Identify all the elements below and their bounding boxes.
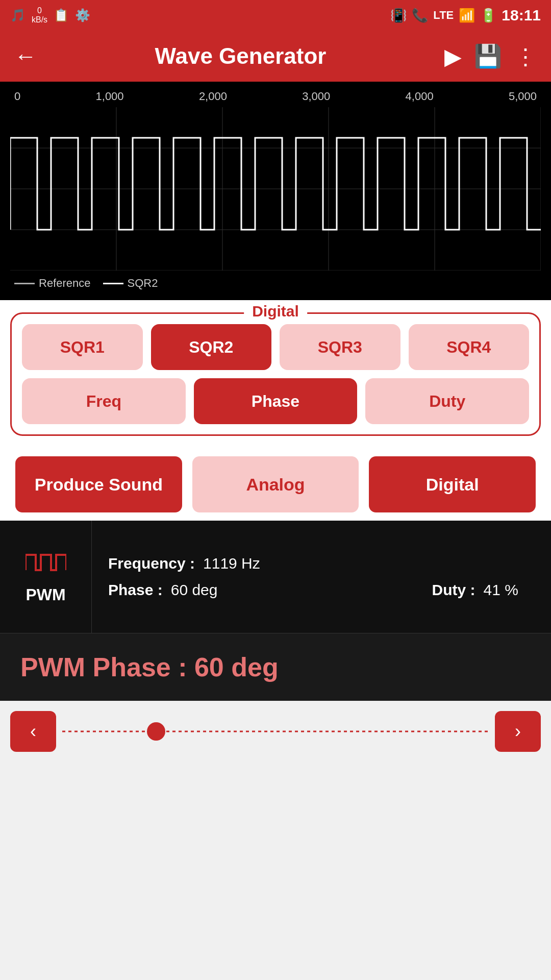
kb-indicator: 0 kB/s (32, 6, 47, 24)
play-button[interactable]: ▶ (444, 43, 462, 69)
kb-unit: kB/s (32, 15, 47, 24)
menu-button[interactable]: ⋮ (514, 43, 537, 69)
waveform-svg (10, 107, 541, 271)
digital-panel-border: Digital SQR1 SQR2 SQR3 SQR4 Freq Phase D… (10, 312, 541, 436)
x-label-5000: 5,000 (509, 90, 537, 103)
info-icon-column: PWM (0, 521, 92, 633)
slider-track[interactable] (62, 729, 489, 733)
slider-thumb[interactable] (147, 722, 165, 741)
pwm-wave-icon (26, 550, 66, 579)
chart-legend: Reference SQR2 (10, 277, 541, 290)
phase-row: Phase : 60 deg (108, 581, 217, 599)
status-bar-left: 🎵 0 kB/s 📋 ⚙️ (10, 6, 90, 24)
x-label-0: 0 (14, 90, 20, 103)
status-bar: 🎵 0 kB/s 📋 ⚙️ 📳 📞 LTE 📶 🔋 18:11 (0, 0, 551, 31)
digital-mode-button[interactable]: Digital (369, 456, 536, 512)
phase-value: 60 deg (171, 581, 218, 599)
save-button[interactable]: 💾 (474, 43, 502, 69)
sqr1-button[interactable]: SQR1 (22, 324, 143, 370)
x-label-2000: 2,000 (199, 90, 227, 103)
legend-sqr2: SQR2 (103, 277, 158, 290)
action-buttons-row: Produce Sound Analog Digital (0, 448, 551, 521)
duty-value: 41 % (484, 581, 518, 599)
phase-label: Phase : (108, 581, 163, 599)
slider-track-line (62, 731, 489, 732)
frequency-label: Frequency : (108, 555, 195, 572)
frequency-value: 1119 Hz (203, 555, 260, 572)
app-bar: ← Wave Generator ▶ 💾 ⋮ (0, 31, 551, 82)
lte-icon: LTE (433, 9, 454, 22)
frequency-row: Frequency : 1119 Hz (108, 555, 535, 572)
digital-panel: Digital SQR1 SQR2 SQR3 SQR4 Freq Phase D… (0, 300, 551, 448)
info-panel: PWM Frequency : 1119 Hz Phase : 60 deg D… (0, 521, 551, 633)
x-label-3000: 3,000 (302, 90, 330, 103)
settings-wheel-icon: ⚙️ (75, 8, 90, 22)
music-icon: 🎵 (10, 8, 26, 22)
chart-area: 0 1,000 2,000 3,000 4,000 5,000 Referenc… (0, 82, 551, 300)
phase-button[interactable]: Phase (194, 378, 358, 424)
next-button[interactable]: › (495, 711, 541, 752)
sqr-buttons-row: SQR1 SQR2 SQR3 SQR4 (22, 324, 529, 370)
time-display: 18:11 (502, 7, 541, 24)
analog-button[interactable]: Analog (192, 456, 359, 512)
legend-sqr2-line (103, 283, 123, 284)
phase-duty-row: Phase : 60 deg Duty : 41 % (108, 581, 535, 599)
legend-ref-label: Reference (39, 277, 91, 290)
param-buttons-row: Freq Phase Duty (22, 378, 529, 424)
duty-row: Duty : 41 % (432, 581, 518, 599)
bottom-controls: ‹ › (0, 701, 551, 762)
x-label-4000: 4,000 (406, 90, 434, 103)
signal-icon: 📶 (459, 8, 475, 23)
duty-label: Duty : (432, 581, 475, 599)
x-label-1000: 1,000 (96, 90, 124, 103)
phase-display: PWM Phase : 60 deg (0, 633, 551, 701)
back-button[interactable]: ← (14, 43, 37, 69)
clipboard-icon: 📋 (54, 8, 69, 22)
duty-button[interactable]: Duty (365, 378, 529, 424)
sqr2-button[interactable]: SQR2 (151, 324, 272, 370)
chart-x-labels: 0 1,000 2,000 3,000 4,000 5,000 (10, 90, 541, 103)
chart-canvas (10, 107, 541, 271)
freq-button[interactable]: Freq (22, 378, 186, 424)
phase-display-text: PWM Phase : 60 deg (20, 652, 279, 682)
produce-sound-button[interactable]: Produce Sound (15, 456, 182, 512)
legend-reference: Reference (14, 277, 91, 290)
kb-value: 0 (37, 6, 42, 15)
status-bar-right: 📳 📞 LTE 📶 🔋 18:11 (390, 7, 541, 24)
sqr4-button[interactable]: SQR4 (409, 324, 530, 370)
pwm-label: PWM (26, 585, 65, 604)
vibrate-icon: 📳 (390, 8, 407, 23)
sqr3-button[interactable]: SQR3 (280, 324, 400, 370)
info-data-column: Frequency : 1119 Hz Phase : 60 deg Duty … (92, 521, 551, 633)
digital-panel-title: Digital (244, 303, 307, 320)
legend-ref-line (14, 283, 35, 284)
call-icon: 📞 (412, 8, 428, 23)
legend-sqr2-label: SQR2 (128, 277, 158, 290)
battery-icon: 🔋 (480, 8, 496, 23)
app-title: Wave Generator (49, 43, 432, 69)
prev-button[interactable]: ‹ (10, 711, 56, 752)
